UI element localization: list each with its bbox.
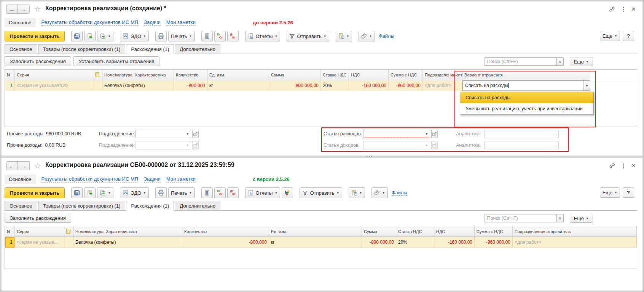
col-header-nomenclature[interactable]: Номенклатура, Характеристика <box>102 70 174 80</box>
analytics-field[interactable]: ... <box>484 130 559 138</box>
close-icon[interactable]: × <box>631 163 636 168</box>
search-input[interactable] <box>485 57 557 66</box>
save-button[interactable] <box>71 187 83 198</box>
table-more-button[interactable]: Еще▼ <box>570 57 593 66</box>
tab-main[interactable]: Основное <box>5 201 37 210</box>
cell-department[interactable]: <для работ> <box>513 237 637 248</box>
col-header-series[interactable]: Серия <box>15 226 64 236</box>
print-menu-button[interactable]: Печать▼ <box>168 31 195 41</box>
search-input[interactable] <box>485 214 557 222</box>
col-header-variant[interactable]: Вариант отражения <box>462 70 590 80</box>
col-header-amount[interactable]: Сумма <box>362 226 396 236</box>
expense-item-field[interactable]: ▼ <box>363 130 430 138</box>
dropdown-option-write-off[interactable]: Списать на расходы <box>460 92 593 103</box>
cell-series-icon[interactable] <box>64 237 73 248</box>
dt-kt-button[interactable]: ДтКт <box>227 31 239 41</box>
field-dropdown-icon[interactable]: ▼ <box>424 130 430 138</box>
tab-main[interactable]: Основное <box>5 44 37 54</box>
tab-discrepancies[interactable]: Расхождения (1) <box>126 201 174 211</box>
cell-nomenclature[interactable]: Белочка (конфеты) <box>102 80 174 91</box>
nav-processing-results[interactable]: Результаты обработки документов ИС МП <box>41 176 139 182</box>
reminder-button[interactable]: ▼ <box>349 187 365 198</box>
nav-main[interactable]: Основное <box>5 18 36 27</box>
tab-goods[interactable]: Товары (после корректировки) (1) <box>38 201 126 210</box>
cell-variant-edit[interactable]: Списать на расходы▼ <box>462 80 590 91</box>
cell-vat[interactable]: -160 000,00 <box>349 80 389 91</box>
more-menu-icon[interactable] <box>622 6 625 13</box>
cell-amount-vat[interactable]: -960 000,00 <box>389 80 423 91</box>
favorite-star-icon[interactable]: ☆ <box>34 161 41 170</box>
cell-amount-vat[interactable]: -960 000,00 <box>475 237 513 248</box>
col-header-amount-vat[interactable]: Сумма с НДС <box>389 70 423 80</box>
col-header-vat[interactable]: НДС <box>349 70 389 80</box>
expense-item-open-button[interactable] <box>431 130 438 138</box>
link-icon[interactable] <box>608 5 616 13</box>
reports-button[interactable]: Отчеты▼ <box>245 187 281 198</box>
cell-unit[interactable]: кг <box>269 237 362 248</box>
col-header-vat-rate[interactable]: Ставка НДС <box>396 226 434 236</box>
business-network-button[interactable] <box>282 187 293 198</box>
col-header-amount-vat[interactable]: Сумма с НДС <box>475 226 513 236</box>
ellipsis-button[interactable]: ... <box>553 131 557 136</box>
attachments-button[interactable]: ▼ <box>359 31 375 41</box>
department-open-button[interactable] <box>192 130 199 138</box>
more-button[interactable]: Еще▼ <box>600 31 620 41</box>
field-dropdown-icon[interactable]: ▼ <box>185 130 191 138</box>
favorite-star-icon[interactable]: ☆ <box>34 5 41 14</box>
field-dropdown-icon[interactable]: ▼ <box>185 141 191 149</box>
col-header-series-icon[interactable] <box>93 70 102 80</box>
more-button[interactable]: Еще▼ <box>600 187 620 198</box>
tab-additional[interactable]: Дополнительно <box>175 44 220 54</box>
col-header-department[interactable]: Подразделение-отправитель <box>513 226 637 236</box>
department-field-disabled[interactable]: ▼ <box>135 141 191 149</box>
cell-department[interactable]: <для работ> <box>423 80 462 91</box>
print-icon-button[interactable] <box>155 31 167 41</box>
structure-button[interactable] <box>201 31 213 41</box>
col-header-quantity[interactable]: Количество <box>174 70 207 80</box>
cell-vat-rate[interactable]: 20% <box>321 80 349 91</box>
col-header-n[interactable]: N <box>5 226 15 236</box>
department-field[interactable]: ▼ <box>135 130 191 138</box>
back-button[interactable]: ← <box>6 161 18 170</box>
forward-button[interactable]: → <box>18 5 30 14</box>
post-and-close-button[interactable]: Провести и закрыть <box>5 187 65 198</box>
tab-discrepancies[interactable]: Расхождения (1) <box>126 44 174 54</box>
send-button[interactable]: Отправить▼ <box>287 31 329 41</box>
post-and-close-button[interactable]: Провести и закрыть <box>5 31 65 41</box>
col-header-series-icon[interactable] <box>64 226 73 236</box>
edo-button[interactable]: ЭДО▼ <box>120 31 149 41</box>
more-menu-icon[interactable] <box>622 163 625 169</box>
cell-series[interactable]: <серия не указывается> <box>15 80 93 91</box>
col-header-quantity[interactable]: Количество <box>182 226 269 236</box>
dt-kt-button[interactable]: ДтКт <box>227 187 239 198</box>
nav-main[interactable]: Основное <box>5 175 36 184</box>
department-open-button-disabled[interactable] <box>192 141 199 149</box>
attachments-button[interactable]: ▼ <box>371 187 388 198</box>
col-header-n[interactable]: N <box>5 70 15 80</box>
income-item-open-button[interactable] <box>431 141 438 149</box>
col-header-department[interactable]: Подразделение-отпра... <box>423 70 462 80</box>
table-more-button[interactable]: Еще▼ <box>570 214 593 223</box>
reminder-button[interactable]: ▼ <box>336 31 352 41</box>
col-header-vat-rate[interactable]: Ставка НДС <box>321 70 349 80</box>
nav-tasks[interactable]: Задачи <box>144 19 161 26</box>
search-clear-icon[interactable]: ✕ <box>557 214 564 222</box>
nav-processing-results[interactable]: Результаты обработки документов ИС МП <box>41 19 139 26</box>
send-button[interactable]: Отправить▼ <box>300 187 342 198</box>
back-button[interactable]: ← <box>6 5 18 14</box>
col-header-amount[interactable]: Сумма <box>269 70 321 80</box>
col-header-vat[interactable]: НДС <box>434 226 475 236</box>
analytics-field-2[interactable]: ... <box>484 141 559 149</box>
cell-series-icon[interactable] <box>93 80 102 91</box>
ellipsis-button[interactable]: ... <box>553 143 557 147</box>
dropdown-option-reduce-sales[interactable]: Уменьшить реализацию, учесть при инвента… <box>460 103 593 114</box>
help-button[interactable]: ? <box>623 31 634 41</box>
col-header-nomenclature[interactable]: Номенклатура, Характеристика <box>73 226 182 236</box>
help-button[interactable]: ? <box>623 187 634 198</box>
cell-vat[interactable]: -160 000,00 <box>434 237 475 248</box>
tab-additional[interactable]: Дополнительно <box>175 201 220 210</box>
cell-vat-rate[interactable]: 20% <box>396 237 434 248</box>
set-reflection-variants-button[interactable]: Установить варианты отражения <box>73 56 159 66</box>
document-movements-button[interactable]: DrCr <box>214 187 226 198</box>
cell-unit[interactable]: кг <box>207 80 269 91</box>
